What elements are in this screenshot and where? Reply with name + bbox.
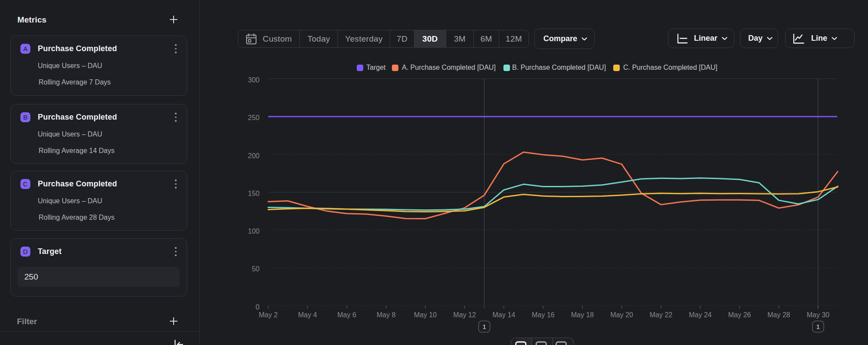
svg-text:May 20: May 20 — [610, 311, 633, 319]
svg-text:100: 100 — [248, 228, 260, 235]
svg-text:May 4: May 4 — [298, 311, 317, 319]
svg-text:250: 250 — [248, 114, 260, 121]
svg-text:May 28: May 28 — [767, 311, 790, 319]
svg-text:May 10: May 10 — [414, 311, 437, 319]
svg-text:150: 150 — [248, 190, 260, 197]
svg-text:May 16: May 16 — [532, 311, 555, 319]
svg-text:May 14: May 14 — [493, 311, 516, 319]
svg-text:May 12: May 12 — [453, 311, 476, 319]
svg-text:May 8: May 8 — [377, 311, 396, 319]
svg-text:May 30: May 30 — [807, 311, 830, 319]
svg-text:May 18: May 18 — [571, 311, 594, 319]
svg-text:May 26: May 26 — [728, 311, 751, 319]
svg-text:May 2: May 2 — [259, 311, 278, 319]
svg-text:May 24: May 24 — [689, 311, 712, 319]
svg-text:50: 50 — [252, 265, 260, 273]
svg-text:300: 300 — [248, 76, 260, 84]
svg-text:1: 1 — [483, 323, 486, 330]
svg-text:May 6: May 6 — [337, 311, 356, 319]
svg-text:0: 0 — [256, 303, 260, 311]
svg-text:1: 1 — [816, 323, 820, 330]
svg-text:200: 200 — [248, 152, 260, 159]
svg-text:May 22: May 22 — [650, 311, 673, 319]
